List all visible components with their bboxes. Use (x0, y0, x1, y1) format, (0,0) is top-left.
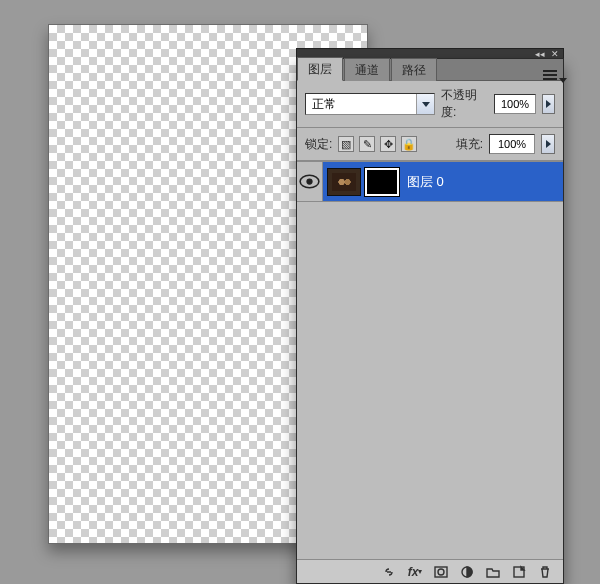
delete-layer-icon[interactable] (537, 564, 553, 580)
panel-tabs: 图层 通道 路径 (297, 59, 563, 81)
lock-position-icon[interactable]: ✥ (380, 136, 396, 152)
new-layer-icon[interactable] (511, 564, 527, 580)
chevron-down-icon[interactable] (416, 94, 434, 114)
adjustment-layer-icon[interactable] (459, 564, 475, 580)
tab-layers[interactable]: 图层 (297, 57, 343, 81)
fill-input[interactable]: 100% (489, 134, 535, 154)
layer-list[interactable]: 图层 0 (297, 161, 563, 559)
panel-footer: fx▾ (297, 559, 563, 583)
tab-paths[interactable]: 路径 (391, 58, 437, 81)
tab-channels[interactable]: 通道 (344, 58, 390, 81)
panel-menu-icon[interactable] (543, 70, 557, 80)
lock-pixels-icon[interactable]: ✎ (359, 136, 375, 152)
layers-panel: 图层 通道 路径 正常 不透明度: 100% 锁定: ▧ ✎ ✥ 🔒 填充: 1… (296, 58, 564, 584)
lock-transparency-icon[interactable]: ▧ (338, 136, 354, 152)
lock-label: 锁定: (305, 136, 332, 153)
add-mask-icon[interactable] (433, 564, 449, 580)
lock-row: 锁定: ▧ ✎ ✥ 🔒 填充: 100% (297, 128, 563, 161)
opacity-input[interactable]: 100% (494, 94, 536, 114)
lock-buttons: ▧ ✎ ✥ 🔒 (338, 136, 417, 152)
svg-point-3 (438, 569, 444, 575)
layer-mask-thumbnail[interactable] (365, 168, 399, 196)
lock-all-icon[interactable]: 🔒 (401, 136, 417, 152)
opacity-stepper[interactable] (542, 94, 555, 114)
opacity-label: 不透明度: (441, 87, 488, 121)
layer-row[interactable]: 图层 0 (297, 162, 563, 202)
fill-stepper[interactable] (541, 134, 555, 154)
blend-mode-value: 正常 (306, 96, 336, 113)
new-group-icon[interactable] (485, 564, 501, 580)
layer-name-label[interactable]: 图层 0 (407, 173, 444, 191)
fill-label: 填充: (456, 136, 483, 153)
layer-thumbnail[interactable] (327, 168, 361, 196)
blend-row: 正常 不透明度: 100% (297, 81, 563, 128)
layer-style-icon[interactable]: fx▾ (407, 564, 423, 580)
blend-mode-select[interactable]: 正常 (305, 93, 435, 115)
svg-point-1 (306, 178, 312, 184)
visibility-eye-icon[interactable] (297, 162, 323, 201)
link-layers-icon[interactable] (381, 564, 397, 580)
